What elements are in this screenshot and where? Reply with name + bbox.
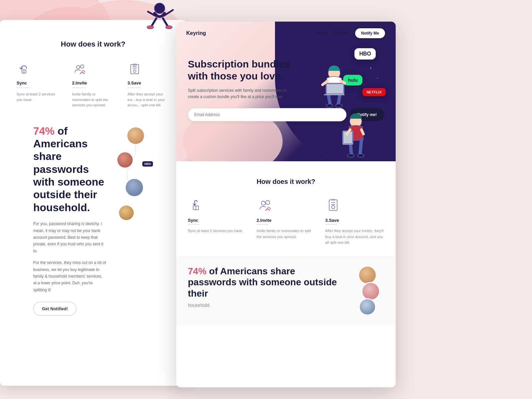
- sync-icon: [17, 62, 31, 76]
- invite-icon-main: [257, 197, 273, 213]
- stats-highlight: 74%: [188, 266, 206, 276]
- save-icon-main: [325, 197, 341, 213]
- svg-point-25: [374, 58, 375, 59]
- svg-point-8: [133, 70, 136, 72]
- svg-point-2: [166, 26, 172, 29]
- svg-point-13: [335, 104, 342, 107]
- left-step-save: 3.Save After they accept your inv... buy…: [127, 62, 170, 108]
- top-illustration: [126, 0, 193, 43]
- step-save-desc: After they accept your invites, they'll …: [325, 228, 384, 246]
- svg-rect-15: [327, 84, 343, 94]
- steps-row: Sync Sync at least 2 services you have. …: [188, 197, 384, 246]
- avatar-2: [116, 151, 134, 169]
- left-stat-desc2: For the services, they miss out on a lot…: [33, 259, 106, 293]
- left-step-invite-desc: Invite family or roommates to split the …: [72, 91, 114, 108]
- step-divider: [188, 224, 200, 225]
- hero-desc: Split subscription services with family …: [188, 87, 291, 100]
- left-step-invite: 2.Invite Invite family or roommates to s…: [72, 62, 114, 108]
- svg-point-23: [364, 84, 364, 85]
- svg-point-0: [154, 3, 165, 14]
- step-save: 3.Save After they accept your invites, t…: [325, 197, 384, 246]
- left-page: How does it work? Sync Sync at least 2 s…: [0, 20, 186, 386]
- how-section: How does it work? Sync Sync at least 2 s…: [176, 161, 396, 256]
- left-stat-desc1: For you, password sharing is sketchy. I …: [33, 220, 106, 254]
- hero-title: Subscription bundles with those you love…: [188, 58, 294, 82]
- avatar-4: [118, 204, 135, 221]
- left-steps: Sync Sync at least 2 services you have. …: [17, 62, 170, 108]
- left-step-sync-title: Sync: [17, 80, 27, 85]
- left-step-sync-desc: Sync at least 2 services you have.: [17, 91, 59, 102]
- svg-point-24: [380, 91, 381, 92]
- left-stat-percent: 74%: [33, 125, 55, 137]
- stats-section: 74% of Americans share passwords with so…: [176, 256, 396, 326]
- left-step-save-desc: After they accept your inv... buy a seat…: [127, 91, 170, 108]
- sync-icon-main: [188, 197, 204, 213]
- step-divider: [17, 87, 30, 88]
- navigation: Keyring Home Contact Notify Me: [176, 22, 396, 45]
- stats-subtitle: household.: [188, 303, 341, 308]
- step-sync-name: Sync: [188, 218, 247, 223]
- step-divider: [127, 87, 141, 88]
- step-divider: [72, 87, 85, 88]
- left-stat-title: 74% of Americans share passwords with so…: [33, 125, 106, 214]
- save-icon: [127, 62, 142, 76]
- step-save-name: 3.Save: [325, 218, 384, 223]
- svg-point-17: [347, 154, 354, 157]
- step-sync: Sync Sync at least 2 services you have.: [188, 197, 247, 246]
- step-divider: [325, 224, 337, 225]
- left-step-sync: Sync Sync at least 2 services you have.: [17, 62, 59, 108]
- left-step-invite-title: 2.Invite: [72, 80, 87, 85]
- svg-point-12: [326, 104, 333, 107]
- stats-avatar-3: [359, 298, 376, 316]
- step-invite-desc: Invite family or roommates to split the …: [257, 228, 316, 240]
- svg-point-29: [266, 200, 270, 204]
- svg-point-6: [80, 65, 84, 68]
- left-step-save-title: 3.Save: [127, 80, 141, 85]
- svg-point-22: [377, 78, 378, 79]
- hbo-badge-left: HBO: [142, 161, 153, 167]
- nav-links: Home Contact Notify Me: [317, 28, 386, 39]
- svg-point-28: [261, 201, 265, 205]
- step-divider: [257, 224, 268, 225]
- svg-point-1: [147, 26, 154, 29]
- right-page: Keyring Home Contact Notify Me Subscript…: [176, 22, 396, 387]
- hero-illustration: [291, 42, 387, 161]
- svg-point-21: [370, 67, 371, 69]
- stats-title: 74% of Americans share passwords with so…: [188, 266, 341, 299]
- avatar-1: [126, 126, 145, 145]
- how-title: How does it work?: [188, 178, 384, 186]
- svg-point-5: [76, 66, 80, 69]
- step-sync-desc: Sync at least 2 services you have.: [188, 228, 247, 234]
- step-invite: 2.Invite Invite family or roommates to s…: [257, 197, 316, 246]
- nav-home[interactable]: Home: [317, 31, 328, 36]
- get-notified-button[interactable]: Get Notified!: [33, 302, 76, 316]
- nav-notify-button[interactable]: Notify Me: [354, 28, 386, 39]
- avatar-3: [125, 178, 144, 197]
- invite-icon: [72, 62, 87, 76]
- stats-avatar-1: [358, 266, 377, 284]
- left-stats: 74% of Americans share passwords with so…: [17, 125, 170, 316]
- stats-avatars: [351, 266, 384, 316]
- step-invite-name: 2.Invite: [257, 218, 316, 223]
- svg-point-18: [357, 154, 364, 157]
- stats-avatar-2: [361, 282, 380, 301]
- nav-contact[interactable]: Contact: [334, 31, 348, 36]
- svg-point-31: [332, 205, 335, 209]
